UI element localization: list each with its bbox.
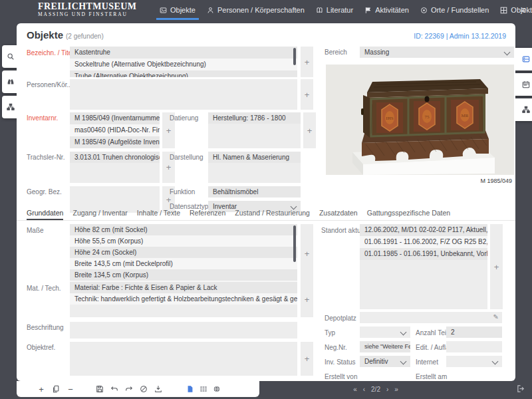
bereich-select[interactable]: Massing: [360, 47, 514, 58]
label-trachsler-nr: Trachsler-Nr.: [27, 154, 65, 161]
list-item[interactable]: M 1985/49 (Aufgelöste Inventarnummer): [70, 136, 160, 148]
depotplatz-field[interactable]: ✎: [360, 312, 502, 323]
list-item[interactable]: Sockeltruhe (Alternative Objektbezeichnu…: [70, 59, 297, 70]
record-panel: Objekte(2 gefunden) ID: 22369 | Admin 13…: [17, 23, 515, 381]
nav-personen[interactable]: Personen / Körperschaften: [207, 0, 305, 20]
nav-literatur[interactable]: Literatur: [316, 0, 353, 20]
masse-list[interactable]: Höhe 82 cm (mit Sockel) Höhe 55,5 cm (Ko…: [70, 224, 297, 283]
search-icon: [7, 53, 15, 61]
list-item[interactable]: Kastentruhe: [70, 47, 297, 59]
field-value[interactable]: Behältnismöbel: [208, 186, 301, 198]
chevron-down-icon: [492, 358, 499, 365]
undo-button[interactable]: [108, 383, 120, 395]
cancel-button[interactable]: [138, 383, 150, 395]
list-item[interactable]: M 1985/049 (Inventarnummer): [70, 112, 160, 124]
record-pager: « ‹ 2/2 › »: [336, 381, 416, 397]
list-item[interactable]: Technik: handwerklich gefertigt & Holzbe…: [70, 293, 297, 305]
add-datierung-button[interactable]: +: [303, 112, 316, 148]
edit-auflage-field[interactable]: [446, 341, 502, 352]
prev-page-button[interactable]: ‹: [363, 386, 365, 393]
list-item[interactable]: Breite 134,5 cm (Korpus): [70, 269, 297, 281]
redo-button[interactable]: [123, 383, 135, 395]
datierung-field[interactable]: Herstellung: 1786 - 1800: [208, 112, 301, 148]
label-mat-tech: Mat. / Tech.: [27, 285, 61, 292]
list-item[interactable]: 12.06.2002, M/D1 02-02-02 P117, Aktuell,…: [360, 224, 487, 236]
list-item[interactable]: Höhe 24 cm (Sockel): [70, 247, 297, 258]
field-value: siehe "Weitere Felder": [360, 341, 410, 352]
module-nav: Objekte Personen / Körperschaften Litera…: [160, 0, 532, 20]
nav-aktivitaeten[interactable]: Aktivitäten: [364, 0, 409, 20]
logout-icon[interactable]: [517, 384, 525, 393]
add-mat-tech-button[interactable]: +: [301, 282, 313, 317]
internet-select[interactable]: [446, 356, 502, 367]
list-item[interactable]: 01.06.1991 - 11.06.2002, F/Z OG R25 B2, …: [360, 236, 487, 248]
object-photo[interactable]: IHS75MR: [326, 65, 514, 175]
personen-field[interactable]: [70, 79, 297, 110]
field-value[interactable]: 3.013.01 Truhen chronologisch: [70, 152, 160, 163]
tab-zusatzdaten[interactable]: Zusatzdaten: [319, 206, 358, 220]
mat-tech-list[interactable]: Material: Farbe : Fichte & Eisen & Papie…: [70, 282, 297, 317]
list-item[interactable]: mas00460 (HIDA-Doc-Nr. Finsterau): [70, 124, 160, 136]
label-internet: Internet: [416, 358, 438, 366]
app-window: FREILICHTMUSEUM MASSING UND FINSTERAU Ob…: [0, 0, 532, 399]
add-masse-button[interactable]: +: [301, 224, 313, 283]
beschriftung-field[interactable]: [70, 322, 297, 338]
document-view-button[interactable]: [184, 383, 196, 395]
tab-gattungsspezifische-daten[interactable]: Gattungsspezifische Daten: [367, 206, 451, 220]
scrollbar[interactable]: [293, 48, 296, 65]
add-record-button[interactable]: +: [35, 383, 47, 395]
list-item[interactable]: Truhe (Alternative Objektbezeichnung): [70, 70, 297, 77]
add-objektref-button[interactable]: +: [301, 342, 313, 376]
next-page-button[interactable]: ›: [386, 386, 388, 393]
add-standort-button[interactable]: +: [490, 224, 503, 309]
result-count: (2 gefunden): [66, 33, 104, 40]
first-page-button[interactable]: «: [353, 386, 357, 393]
chevron-down-icon: [400, 329, 407, 336]
nav-label: Aktivitäten: [375, 6, 409, 14]
globe-button[interactable]: [211, 383, 223, 395]
delete-record-button[interactable]: −: [65, 383, 76, 395]
tab-inhalte-texte[interactable]: Inhalte / Texte: [137, 206, 180, 220]
darstellung-field[interactable]: Hl. Namen & Maserierung: [208, 152, 301, 183]
label-datierung: Datierung: [170, 114, 198, 122]
standort-list[interactable]: 12.06.2002, M/D1 02-02-02 P117, Aktuell,…: [360, 224, 487, 309]
logo-line2: MASSING UND FINSTERAU: [38, 12, 136, 17]
last-page-button[interactable]: »: [394, 386, 398, 393]
field-value[interactable]: Herstellung: 1786 - 1800: [208, 112, 301, 124]
nav-objektgruppen[interactable]: Objektgruppen: [500, 0, 532, 20]
neg-nr-field[interactable]: siehe "Weitere Felder": [360, 341, 410, 352]
bezeichnung-list[interactable]: Kastentruhe Sockeltruhe (Alternative Obj…: [70, 47, 297, 77]
save-button[interactable]: [94, 383, 106, 395]
anzahl-teile-field[interactable]: 2: [446, 327, 502, 338]
tab-zugang-inventar[interactable]: Zugang / Inventar: [72, 206, 127, 220]
typ-select[interactable]: [360, 327, 410, 338]
inventarnr-list[interactable]: M 1985/049 (Inventarnummer) mas00460 (HI…: [70, 112, 160, 148]
tab-zustand-restaurierung[interactable]: Zustand / Restaurierung: [235, 206, 310, 220]
label-geogr-bez: Geogr. Bez.: [27, 188, 62, 196]
pencil-icon[interactable]: ✎: [493, 313, 499, 321]
add-bezeichnung-button[interactable]: +: [301, 47, 313, 77]
list-item[interactable]: Höhe 55,5 cm (Korpus): [70, 235, 297, 247]
tab-referenzen[interactable]: Referenzen: [190, 206, 225, 220]
tab-grunddaten[interactable]: Grunddaten: [27, 206, 63, 220]
list-item[interactable]: Material: Farbe : Fichte & Eisen & Papie…: [70, 282, 297, 293]
nav-orte-fundstellen[interactable]: Orte / Fundstellen: [420, 0, 489, 20]
field-value[interactable]: Hl. Namen & Maserierung: [208, 152, 301, 163]
hamburger-menu-icon[interactable]: ≡: [521, 0, 526, 20]
list-item[interactable]: 01.01.1985 - 01.06.1991, Unbekannt, Vorh…: [360, 248, 487, 260]
objektref-field[interactable]: [70, 342, 297, 376]
add-personen-button[interactable]: +: [301, 79, 313, 110]
scrollbar[interactable]: [293, 225, 296, 262]
label-bezeichnung-titel: Bezeichn. / Titel: [27, 49, 74, 57]
svg-text:MR: MR: [462, 113, 469, 118]
copy-record-button[interactable]: [50, 383, 62, 395]
funktion-field[interactable]: Behältnismöbel: [208, 186, 301, 198]
inv-status-select[interactable]: Definitiv: [360, 356, 410, 367]
table-view-button[interactable]: [198, 383, 209, 395]
list-item[interactable]: Breite 143,5 cm (mit Deckelprofil): [70, 258, 297, 269]
nav-objekte[interactable]: Objekte: [160, 0, 196, 20]
nav-label: Literatur: [327, 6, 353, 14]
download-button[interactable]: [152, 383, 164, 395]
trachsler-field[interactable]: 3.013.01 Truhen chronologisch: [70, 152, 160, 183]
list-item[interactable]: Höhe 82 cm (mit Sockel): [70, 224, 297, 235]
